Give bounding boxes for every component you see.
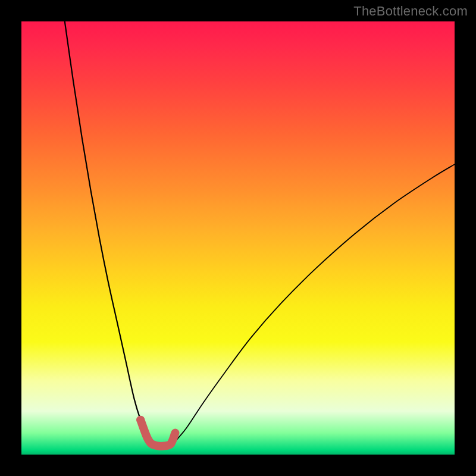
curve-right-branch — [173, 164, 455, 444]
watermark-text: TheBottleneck.com — [353, 4, 468, 19]
outer-frame: TheBottleneck.com — [0, 0, 476, 476]
plot-area — [21, 21, 455, 455]
valley-marker-path — [140, 420, 175, 446]
curve-left-branch — [65, 21, 152, 444]
valley-marker-dot — [136, 416, 145, 424]
curve-layer — [21, 21, 455, 455]
